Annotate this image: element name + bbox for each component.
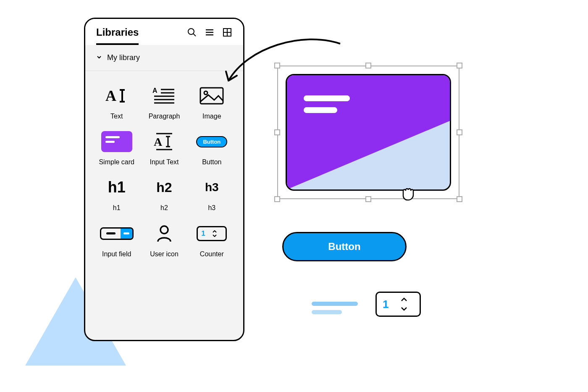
counter-down-icon[interactable] — [400, 305, 408, 313]
grid-view-icon[interactable] — [222, 27, 232, 39]
libraries-panel: Libraries My library A Text — [84, 18, 244, 341]
h3-icon: h3 — [205, 181, 219, 194]
library-item-button[interactable]: Button Button — [188, 127, 236, 168]
text-icon: A — [105, 84, 128, 108]
button-label: Button — [328, 241, 360, 253]
image-icon — [199, 84, 224, 108]
library-item-input-field[interactable]: Input field — [93, 219, 140, 260]
resize-handle[interactable] — [274, 129, 280, 135]
svg-line-1 — [193, 34, 196, 36]
input-text-icon: A — [153, 129, 176, 154]
my-library-section[interactable]: My library — [85, 45, 243, 71]
canvas-simple-card-selected[interactable] — [277, 66, 459, 199]
simple-card-icon — [101, 129, 132, 154]
library-item-text[interactable]: A Text — [93, 81, 140, 123]
input-field-icon — [100, 221, 134, 246]
library-item-user-icon[interactable]: User icon — [140, 219, 188, 260]
user-icon — [156, 221, 172, 246]
section-label: My library — [107, 53, 140, 62]
chevron-down-icon — [96, 53, 102, 62]
library-item-h1[interactable]: h1 h1 — [93, 173, 140, 214]
resize-handle[interactable] — [457, 129, 462, 135]
resize-handle[interactable] — [365, 63, 371, 68]
h1-icon: h1 — [108, 179, 126, 196]
svg-point-19 — [204, 91, 207, 95]
h2-icon: h2 — [156, 180, 172, 195]
svg-point-26 — [160, 226, 168, 234]
counter-up-icon[interactable] — [400, 296, 408, 303]
svg-text:A: A — [154, 135, 163, 148]
library-item-image[interactable]: Image — [188, 81, 236, 123]
panel-header: Libraries — [85, 19, 243, 45]
counter-icon: 1 — [197, 221, 227, 246]
library-item-simple-card[interactable]: Simple card — [93, 127, 140, 168]
resize-handle[interactable] — [457, 63, 462, 68]
svg-text:A: A — [105, 87, 116, 104]
resize-handle[interactable] — [457, 196, 462, 202]
resize-handle[interactable] — [365, 196, 371, 202]
list-view-icon[interactable] — [205, 27, 215, 39]
canvas-input-field-instance[interactable] — [312, 302, 358, 314]
canvas-counter-instance[interactable]: 1 — [375, 292, 421, 317]
library-item-counter[interactable]: 1 Counter — [188, 219, 236, 260]
resize-handle[interactable] — [274, 63, 280, 68]
simple-card-instance[interactable] — [286, 74, 451, 191]
panel-title[interactable]: Libraries — [96, 26, 139, 45]
library-grid: A Text A Paragraph Image Simple card A — [85, 71, 243, 268]
library-item-h2[interactable]: h2 h2 — [140, 173, 188, 214]
counter-value: 1 — [383, 298, 388, 311]
grab-cursor-icon — [399, 184, 417, 204]
paragraph-icon: A — [152, 84, 176, 108]
search-icon[interactable] — [187, 27, 197, 39]
resize-handle[interactable] — [274, 196, 280, 202]
svg-rect-18 — [200, 88, 223, 104]
canvas-button-instance[interactable]: Button — [282, 232, 407, 261]
button-icon: Button — [196, 136, 227, 147]
library-item-h3[interactable]: h3 h3 — [188, 173, 236, 214]
svg-text:A: A — [152, 87, 158, 94]
svg-point-0 — [188, 29, 194, 34]
library-item-input-text[interactable]: A Input Text — [140, 127, 188, 168]
library-item-paragraph[interactable]: A Paragraph — [140, 81, 188, 123]
